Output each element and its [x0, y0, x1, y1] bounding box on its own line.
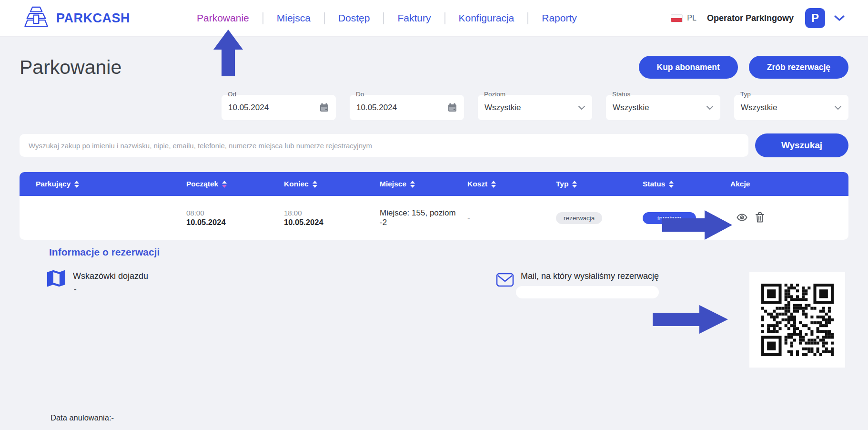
user-name: Operator Parkingowy	[707, 13, 794, 23]
nav-parkowanie[interactable]: Parkowanie	[183, 12, 262, 24]
table-row[interactable]: 08:00 10.05.2024 18:00 10.05.2024 Miejsc…	[20, 196, 848, 240]
date-to-label: Do	[356, 91, 364, 98]
buy-subscription-button[interactable]: Kup abonament	[639, 56, 738, 79]
nav-dostep[interactable]: Dostęp	[325, 12, 384, 24]
cell-akcje	[726, 196, 848, 240]
nav-konfiguracja[interactable]: Konfiguracja	[445, 12, 528, 24]
start-time: 08:00	[186, 209, 226, 217]
status-select[interactable]: Status Wszystkie	[606, 95, 720, 120]
column-typ[interactable]: Typ	[551, 172, 638, 196]
cell-status: trwająca	[638, 196, 726, 240]
parkcash-logo-icon	[23, 5, 50, 31]
type-value: Wszystkie	[741, 103, 834, 113]
sort-icon	[313, 181, 317, 188]
filter-bar: Od Do Poziom Wszystkie	[20, 95, 848, 120]
type-label: Typ	[740, 91, 751, 98]
cell-miejsce: Miejsce: 155, poziom -2	[375, 196, 463, 240]
page-title: Parkowanie	[20, 56, 121, 79]
main-content: Parkowanie Kup abonament Zrób rezerwację…	[0, 56, 868, 430]
cell-koszt: -	[463, 196, 551, 240]
make-reservation-button[interactable]: Zrób rezerwację	[749, 56, 848, 79]
parking-table: Parkujący Początek Koniec Miejsce Koszt	[20, 172, 848, 240]
search-button[interactable]: Wyszukaj	[755, 133, 848, 157]
brand[interactable]: PARKCASH	[23, 5, 130, 31]
table-header: Parkujący Początek Koniec Miejsce Koszt	[20, 172, 848, 196]
cell-koniec: 18:00 10.05.2024	[279, 196, 375, 240]
sort-icon	[669, 181, 674, 188]
search-row: Wyszukaj	[20, 133, 848, 157]
sort-icon	[74, 181, 79, 188]
sort-icon	[572, 181, 577, 188]
nav-faktury[interactable]: Faktury	[384, 12, 444, 24]
status-value: Wszystkie	[613, 103, 706, 113]
trash-icon	[755, 212, 765, 225]
sort-icon	[491, 181, 496, 188]
cell-parkujacy	[20, 196, 182, 240]
status-badge: trwająca	[643, 212, 696, 224]
title-actions: Kup abonament Zrób rezerwację	[639, 56, 848, 79]
column-poczatek[interactable]: Początek	[182, 172, 279, 196]
column-koszt[interactable]: Koszt	[463, 172, 551, 196]
reservation-details: Informacje o rezerwacji Wskazówki dojazd…	[20, 240, 848, 430]
date-to-input[interactable]	[356, 103, 447, 113]
directions-value: -	[74, 285, 77, 294]
calendar-icon[interactable]	[319, 102, 329, 113]
date-from-label: Od	[228, 91, 236, 98]
chevron-down-icon	[578, 105, 585, 110]
end-date: 10.05.2024	[284, 218, 323, 227]
column-parkujacy[interactable]: Parkujący	[20, 172, 182, 196]
cell-typ: rezerwacja	[551, 196, 638, 240]
cell-poczatek: 08:00 10.05.2024	[182, 196, 279, 240]
nav-miejsca[interactable]: Miejsca	[263, 12, 324, 24]
column-akcje: Akcje	[726, 172, 848, 196]
chevron-down-icon	[706, 105, 714, 110]
status-label: Status	[612, 91, 630, 98]
calendar-icon[interactable]	[447, 102, 457, 113]
details-heading: Informacje o rezerwacji	[49, 246, 160, 258]
top-bar: PARKCASH Parkowanie Miejsca Dostęp Faktu…	[0, 0, 868, 37]
reservation-mail-label: Mail, na który wysłaliśmy rezerwację	[521, 271, 659, 281]
end-time: 18:00	[284, 209, 323, 217]
poland-flag-icon[interactable]	[671, 14, 683, 22]
date-from-input[interactable]	[228, 103, 319, 113]
level-value: Wszystkie	[484, 103, 578, 113]
user-area: PL Operator Parkingowy P	[671, 8, 845, 28]
date-from-field[interactable]: Od	[222, 95, 336, 120]
directions-label: Wskazówki dojazdu	[73, 271, 148, 281]
main-nav: Parkowanie Miejsca Dostęp Faktury Konfig…	[183, 12, 590, 24]
language-label[interactable]: PL	[687, 14, 696, 22]
column-koniec[interactable]: Koniec	[279, 172, 375, 196]
column-miejsce[interactable]: Miejsce	[375, 172, 463, 196]
nav-raporty[interactable]: Raporty	[528, 12, 590, 24]
level-label: Poziom	[484, 91, 505, 98]
redacted-email-pill	[516, 286, 659, 298]
parkcash-app: PARKCASH Parkowanie Miejsca Dostęp Faktu…	[0, 0, 868, 430]
map-icon	[46, 269, 66, 289]
level-select[interactable]: Poziom Wszystkie	[478, 95, 592, 120]
sort-icon-active	[222, 181, 227, 188]
brand-name: PARKCASH	[56, 11, 130, 26]
envelope-icon	[496, 272, 514, 289]
sort-icon	[410, 181, 415, 188]
column-status[interactable]: Status	[638, 172, 726, 196]
date-to-field[interactable]: Do	[350, 95, 464, 120]
qr-code	[749, 272, 845, 368]
search-input[interactable]	[20, 134, 748, 157]
avatar[interactable]: P	[805, 8, 825, 28]
cancellation-date: Data anulowania:-	[50, 413, 114, 422]
type-badge: rezerwacja	[556, 212, 602, 224]
start-date: 10.05.2024	[186, 218, 226, 227]
chevron-down-icon	[834, 105, 842, 110]
view-button[interactable]	[736, 212, 748, 225]
eye-icon	[736, 212, 748, 225]
type-select[interactable]: Typ Wszystkie	[734, 95, 848, 120]
chevron-down-icon[interactable]	[834, 14, 845, 22]
delete-button[interactable]	[755, 212, 765, 225]
